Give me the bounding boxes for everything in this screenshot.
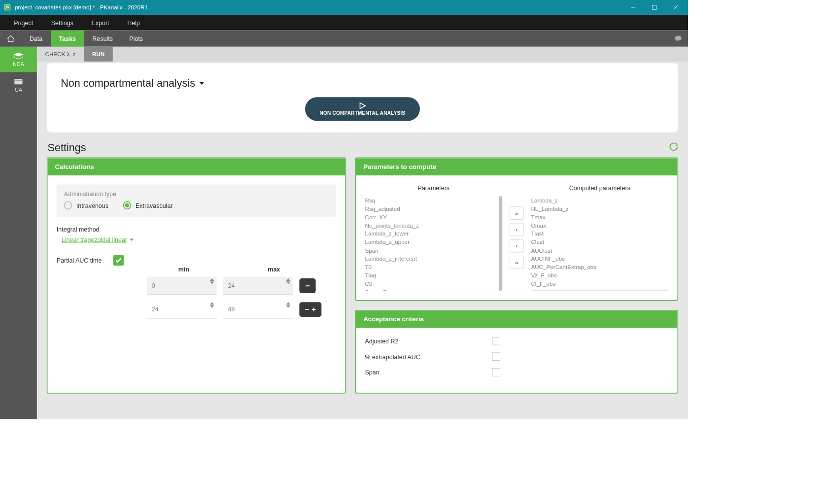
param-item[interactable]: Rsq_adjusted — [365, 204, 496, 213]
sidebar-item-label: CA — [15, 86, 22, 92]
titlebar: project_covariates.pkx [demo] * - PKanal… — [0, 0, 688, 15]
maximize-button[interactable] — [644, 0, 665, 15]
partial-auc-checkbox[interactable] — [113, 255, 124, 266]
tab-data[interactable]: Data — [21, 31, 51, 47]
auc-min-input[interactable]: 0 — [147, 277, 216, 295]
auc-row: 24 48 −+ — [147, 301, 336, 319]
sidebar-item-ca[interactable]: CA — [0, 72, 37, 98]
param-item[interactable]: Tmax — [531, 213, 668, 221]
tab-tasks[interactable]: Tasks — [51, 31, 84, 47]
param-item[interactable]: C0 — [365, 279, 496, 288]
minimize-button[interactable] — [622, 0, 644, 15]
spin-down-icon[interactable] — [286, 282, 290, 284]
remove-row-button[interactable]: − — [299, 278, 315, 293]
move-right-button[interactable]: › — [510, 223, 523, 236]
integral-method-value: Linear trapezoidal linear — [62, 236, 127, 243]
param-item[interactable]: Clast — [531, 238, 668, 246]
subtab-check[interactable]: CHECK λ_z — [37, 47, 84, 62]
param-item[interactable]: No_points_lambda_z — [365, 221, 496, 230]
available-params-list[interactable]: RsqRsq_adjustedCorr_XYNo_points_lambda_z… — [365, 197, 502, 291]
spin-down-icon[interactable] — [210, 282, 214, 284]
close-button[interactable] — [665, 0, 687, 15]
auc-max-input[interactable]: 48 — [223, 301, 293, 319]
spin-up-icon[interactable] — [210, 302, 214, 304]
page-heading-text: Non compartmental analysis — [61, 77, 195, 90]
computed-params-col: Computed parameters Lambda_zHL_Lambda_zT… — [531, 184, 668, 291]
param-item[interactable]: Cl_F_obs — [531, 279, 668, 288]
content: CHECK λ_z RUN Non compartmental analysis… — [37, 47, 688, 419]
home-button[interactable] — [0, 31, 21, 47]
param-item[interactable]: Vz_F_obs — [531, 271, 668, 280]
param-item[interactable]: Rsq — [365, 197, 496, 205]
tab-plots[interactable]: Plots — [121, 31, 151, 47]
param-item[interactable]: Corr_XY — [365, 213, 496, 221]
acceptance-label: Span — [365, 369, 379, 375]
acceptance-label: % extrapolated AUC — [365, 353, 420, 360]
param-item[interactable]: Lambda_z_upper — [365, 238, 496, 246]
param-item[interactable]: Lambda_z_lower — [365, 230, 496, 238]
subtab-run[interactable]: RUN — [84, 47, 113, 62]
param-item[interactable]: AUClast — [531, 246, 668, 255]
acceptance-checkbox[interactable] — [492, 368, 500, 376]
computed-params-list[interactable]: Lambda_zHL_Lambda_zTmaxCmaxTlastClastAUC… — [531, 197, 668, 288]
spin-up-icon[interactable] — [210, 278, 214, 281]
param-item[interactable]: Cmax_D — [365, 288, 496, 291]
param-item[interactable]: Lambda_z — [531, 197, 668, 205]
radio-icon — [64, 202, 72, 210]
reset-button[interactable] — [669, 142, 678, 153]
auc-row: 0 24 − — [147, 277, 336, 295]
auc-min-input[interactable]: 24 — [147, 301, 216, 319]
tabbar: Data Tasks Results Plots — [0, 31, 688, 47]
app-icon — [3, 3, 12, 12]
spin-down-icon[interactable] — [210, 305, 214, 308]
col-min: min — [147, 266, 221, 272]
param-item[interactable]: AUCINF_obs — [531, 255, 668, 263]
subtabs: CHECK λ_z RUN — [37, 47, 688, 62]
svg-marker-8 — [360, 103, 365, 109]
partial-auc-label: Partial AUC time — [57, 257, 102, 264]
acceptance-row: Span — [365, 368, 500, 376]
integral-method-select[interactable]: Linear trapezoidal linear — [62, 236, 134, 243]
menubar: Project Settings Export Help — [0, 15, 688, 31]
spin-up-icon[interactable] — [286, 302, 290, 304]
acceptance-row: Adjusted R2 — [365, 337, 500, 345]
param-item[interactable]: Cmax — [531, 221, 668, 230]
page-heading[interactable]: Non compartmental analysis — [61, 77, 665, 90]
menu-project[interactable]: Project — [5, 15, 42, 31]
sidebar: NCA CA — [0, 47, 37, 419]
param-item[interactable]: Span — [365, 246, 496, 255]
param-item[interactable]: Tlag — [365, 271, 496, 280]
param-item[interactable]: Lambda_z_intercept — [365, 255, 496, 263]
acceptance-checkbox[interactable] — [492, 353, 500, 361]
param-item[interactable]: T0 — [365, 263, 496, 271]
radio-intravenous[interactable]: Intravenous — [64, 202, 108, 210]
add-remove-row-button[interactable]: −+ — [299, 302, 321, 317]
parameters-card: Parameters to compute Parameters RsqRsq_… — [355, 157, 679, 301]
move-all-right-button[interactable]: » — [510, 206, 523, 220]
tab-results[interactable]: Results — [84, 31, 121, 47]
radio-extravascular[interactable]: Extravascular — [123, 202, 173, 210]
analysis-panel: Non compartmental analysis NON COMPARTME… — [47, 63, 678, 133]
sidebar-item-label: NCA — [13, 61, 24, 67]
acceptance-checkbox[interactable] — [492, 337, 500, 345]
col-max: max — [237, 266, 311, 272]
radio-icon — [123, 202, 132, 210]
param-item[interactable]: HL_Lambda_z — [531, 204, 668, 213]
param-item[interactable]: Tlast — [531, 230, 668, 238]
menu-help[interactable]: Help — [118, 15, 149, 31]
menu-export[interactable]: Export — [82, 15, 118, 31]
move-left-button[interactable]: ‹ — [510, 239, 523, 253]
spin-down-icon[interactable] — [286, 305, 290, 308]
spin-up-icon[interactable] — [286, 278, 290, 281]
svg-rect-6 — [15, 79, 22, 84]
sidebar-item-nca[interactable]: NCA — [0, 47, 37, 72]
acceptance-card: Acceptance criteria Adjusted R2% extrapo… — [355, 310, 679, 394]
param-item[interactable]: AUC_PerCentExtrap_obs — [531, 263, 668, 271]
comment-button[interactable] — [668, 31, 688, 47]
home-icon — [6, 35, 15, 42]
auc-max-input[interactable]: 24 — [223, 277, 293, 295]
run-analysis-button[interactable]: NON COMPARTMENTAL ANALYSIS — [305, 97, 420, 121]
move-all-left-button[interactable]: « — [510, 256, 523, 269]
card-header: Acceptance criteria — [356, 311, 677, 328]
menu-settings[interactable]: Settings — [42, 15, 82, 31]
